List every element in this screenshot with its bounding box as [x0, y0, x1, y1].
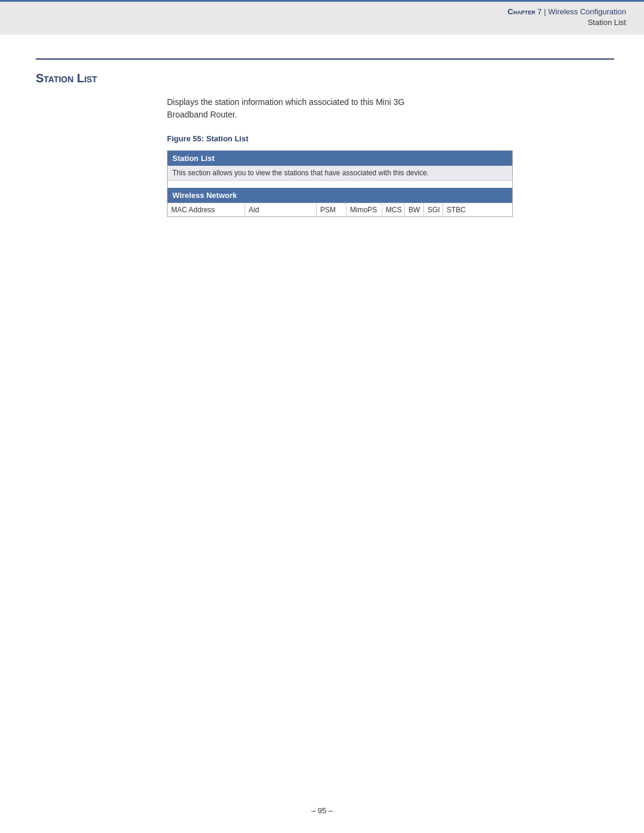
main-content: Station List Displays the station inform…	[0, 35, 644, 241]
section-divider	[36, 58, 614, 60]
col-bw: BW	[405, 203, 424, 216]
col-stbc: STBC	[443, 203, 468, 216]
col-mimops: MimoPS	[346, 203, 382, 216]
page-number: – 95 –	[311, 806, 333, 815]
description-line1: Displays the station information which a…	[167, 97, 404, 107]
footer: – 95 –	[0, 806, 644, 815]
wireless-network-header: Wireless Network	[168, 188, 512, 203]
col-mac-address: MAC Address	[168, 203, 245, 216]
section-heading: Station List	[36, 72, 614, 85]
col-sgi: SGI	[424, 203, 443, 216]
description-line2: Broadband Router.	[167, 110, 237, 119]
header-subtitle: Station List	[507, 17, 626, 28]
col-psm: PSM	[317, 203, 346, 216]
panel-spacer	[168, 181, 512, 188]
chapter-label: Chapter	[507, 7, 535, 16]
figure-caption: Figure 55: Station List	[167, 134, 614, 143]
panel-info: This section allows you to view the stat…	[168, 166, 512, 181]
col-aid: Aid	[245, 203, 317, 216]
header-right: Chapter 7 | Wireless Configuration Stati…	[507, 7, 626, 28]
chapter-title: Wireless Configuration	[548, 7, 626, 16]
col-mcs: MCS	[382, 203, 405, 216]
station-list-panel: Station List This section allows you to …	[167, 150, 513, 217]
columns-row: MAC Address Aid PSM MimoPS MCS BW SGI ST…	[168, 203, 512, 216]
header-bar: Chapter 7 | Wireless Configuration Stati…	[0, 0, 644, 35]
chapter-number: 7	[537, 7, 541, 16]
panel-header: Station List	[168, 151, 512, 166]
header-separator: |	[544, 7, 546, 16]
header-chapter: Chapter 7 | Wireless Configuration	[507, 7, 626, 17]
description: Displays the station information which a…	[167, 96, 614, 121]
